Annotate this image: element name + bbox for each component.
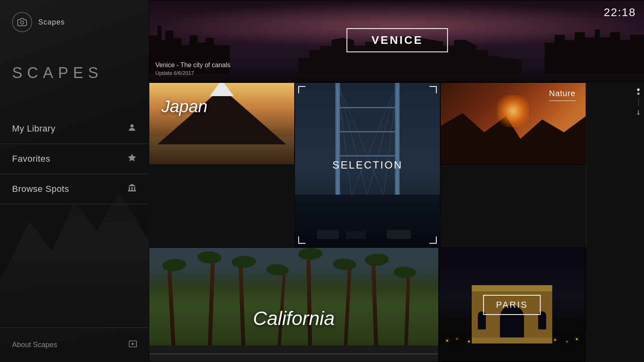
my-library-label: My Library xyxy=(12,123,56,134)
svg-marker-9 xyxy=(132,343,135,346)
svg-rect-4 xyxy=(129,187,130,190)
selection-bracket-tr xyxy=(429,86,437,93)
selection-bracket-bl xyxy=(298,237,305,244)
svg-rect-6 xyxy=(134,187,135,190)
sidebar-item-favorites[interactable]: Favorites xyxy=(0,144,149,174)
sidebar-item-browse-spots[interactable]: Browse Spots xyxy=(0,174,149,204)
time-display: 22:18 xyxy=(604,6,636,19)
extra-column xyxy=(586,82,644,247)
venice-title-box: VENICE xyxy=(347,28,448,52)
venice-info: Venice - The city of canals Update 6/6/2… xyxy=(155,62,230,76)
sidebar-nav: My Library Favorites Browse Spots xyxy=(0,114,149,327)
venice-title: VENICE xyxy=(372,34,423,46)
selection-bracket-br xyxy=(429,237,437,244)
sidebar: Scapes SCAPES My Library Favorites Brows… xyxy=(0,0,149,362)
svg-line-10 xyxy=(338,83,367,195)
about-scapes-label: About Scapes xyxy=(12,341,57,349)
nature-label: Nature xyxy=(549,89,576,101)
venice-subtitle: Venice - The city of canals xyxy=(155,62,230,69)
california-tile[interactable]: California xyxy=(149,247,439,362)
middle-row: Japan Sightseeing xyxy=(149,82,644,247)
paris-tile[interactable]: PARIS xyxy=(439,247,585,362)
svg-line-13 xyxy=(367,83,397,195)
venice-tile[interactable]: VENICE Venice - The city of canals Updat… xyxy=(149,0,644,82)
institution-icon xyxy=(127,183,137,195)
selection-tile[interactable]: SELECTION xyxy=(295,82,440,247)
venice-banner-row: VENICE Venice - The city of canals Updat… xyxy=(149,0,644,82)
nature-tile[interactable]: Nature xyxy=(440,82,586,165)
play-icon xyxy=(129,340,137,350)
svg-point-0 xyxy=(21,21,24,24)
scroll-icon xyxy=(635,109,642,116)
japan-tile[interactable]: Japan xyxy=(149,82,295,165)
app-title: SCAPES xyxy=(0,40,149,114)
bottom-row: California xyxy=(149,247,644,362)
page-dot-1 xyxy=(637,88,640,91)
app-logo xyxy=(12,12,32,32)
app-header: Scapes xyxy=(0,0,149,40)
page-indicator xyxy=(635,88,642,116)
svg-marker-2 xyxy=(128,154,136,161)
paris-title-box: PARIS xyxy=(483,295,541,315)
browse-spots-label: Browse Spots xyxy=(12,184,69,194)
svg-marker-7 xyxy=(128,184,136,186)
person-icon xyxy=(127,123,137,135)
svg-marker-17 xyxy=(637,113,640,115)
sidebar-footer: About Scapes xyxy=(0,327,149,362)
japan-label: Japan xyxy=(161,97,207,116)
venice-date: Update 6/6/2017 xyxy=(155,70,230,76)
selection-bracket-tl xyxy=(298,86,305,93)
app-name: Scapes xyxy=(38,18,65,27)
california-label: California xyxy=(253,307,335,329)
svg-point-1 xyxy=(130,124,134,128)
about-scapes-item[interactable]: About Scapes xyxy=(12,340,137,350)
page-dot-2 xyxy=(637,93,640,95)
star-icon xyxy=(127,153,137,165)
selection-label: SELECTION xyxy=(332,159,402,171)
paris-label: PARIS xyxy=(496,300,528,310)
sidebar-item-my-library[interactable]: My Library xyxy=(0,114,149,144)
svg-rect-3 xyxy=(128,190,136,191)
favorites-label: Favorites xyxy=(12,154,50,164)
main-content: 22:18 VENICE Venice - The city of canals xyxy=(149,0,644,362)
svg-rect-5 xyxy=(132,187,133,190)
